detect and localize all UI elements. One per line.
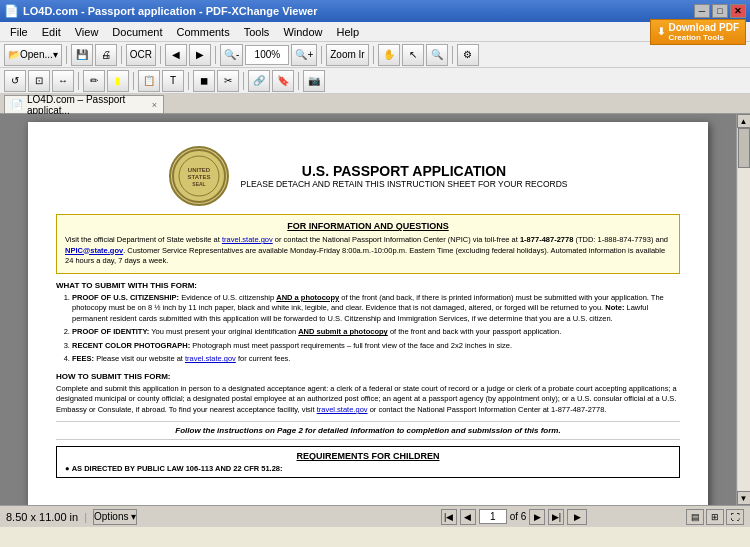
menu-help[interactable]: Help	[331, 24, 366, 40]
scroll-up-button[interactable]: ▲	[737, 114, 751, 128]
seal-image: UNITED STATES SEAL	[169, 146, 229, 206]
typewriter-button[interactable]: T	[162, 70, 184, 92]
next-page-button[interactable]: ▶	[529, 509, 545, 525]
menu-tools[interactable]: Tools	[238, 24, 276, 40]
tab-bar: 📄 LO4D.com – Passport applicat... ×	[0, 94, 750, 114]
back-button[interactable]: ◀	[165, 44, 187, 66]
main-title: U.S. PASSPORT APPLICATION	[241, 163, 568, 179]
close-button[interactable]: ✕	[730, 4, 746, 18]
snapshot-button[interactable]: 📷	[303, 70, 325, 92]
last-page-button[interactable]: ▶|	[548, 509, 564, 525]
fit-page-button[interactable]: ⊡	[28, 70, 50, 92]
download-sublabel: Creation Tools	[668, 33, 739, 42]
svg-text:UNITED: UNITED	[187, 167, 210, 173]
prev-page-button[interactable]: ◀	[460, 509, 476, 525]
zoom-input[interactable]	[245, 45, 289, 65]
separator4	[215, 46, 216, 64]
forward-button[interactable]: ▶	[189, 44, 211, 66]
separator: |	[84, 511, 87, 523]
tab-close-button[interactable]: ×	[152, 100, 157, 110]
tools-button[interactable]: ⚙	[457, 44, 479, 66]
menu-edit[interactable]: Edit	[36, 24, 67, 40]
zoom-ir-button[interactable]: Zoom Ir	[326, 44, 368, 66]
save-button[interactable]: 💾	[71, 44, 93, 66]
page-number-input[interactable]	[479, 509, 507, 524]
print-button[interactable]: 🖨	[95, 44, 117, 66]
svg-text:SEAL: SEAL	[192, 181, 205, 187]
print-icon: 🖨	[101, 49, 111, 60]
maximize-button[interactable]: □	[712, 4, 728, 18]
view-mode-button[interactable]: ▤	[686, 509, 704, 525]
pdf-page: UNITED STATES SEAL U.S. PASSPORT APPLICA…	[28, 122, 708, 505]
find-button[interactable]: 🔍	[426, 44, 448, 66]
download-icon: ⬇	[657, 26, 665, 37]
pdf-area[interactable]: UNITED STATES SEAL U.S. PASSPORT APPLICA…	[0, 114, 736, 505]
save-icon: 💾	[76, 49, 88, 60]
options-dropdown-icon: ▾	[131, 511, 136, 522]
menu-file[interactable]: File	[4, 24, 34, 40]
tab-label: LO4D.com – Passport applicat...	[27, 94, 148, 116]
separator11	[243, 72, 244, 90]
crop-button[interactable]: ✂	[217, 70, 239, 92]
separator10	[188, 72, 189, 90]
ocr-button[interactable]: OCR	[126, 44, 156, 66]
what-submit-heading: WHAT TO SUBMIT WITH THIS FORM:	[56, 280, 680, 291]
rotate-button[interactable]: ↺	[4, 70, 26, 92]
options-button[interactable]: Options ▾	[93, 509, 136, 525]
menu-comments[interactable]: Comments	[171, 24, 236, 40]
fullscreen-button[interactable]: ⛶	[726, 509, 744, 525]
svg-text:STATES: STATES	[187, 174, 210, 180]
submit-item-1: PROOF OF U.S. CITIZENSHIP: Evidence of U…	[72, 293, 680, 325]
minimize-button[interactable]: ─	[694, 4, 710, 18]
separator	[66, 46, 67, 64]
download-pdf-button[interactable]: ⬇ Download PDF Creation Tools	[650, 19, 746, 45]
separator12	[298, 72, 299, 90]
follow-text: Follow the instructions on Page 2 for de…	[56, 421, 680, 440]
link-button[interactable]: 🔗	[248, 70, 270, 92]
zoom-in-button[interactable]: 🔍+	[291, 44, 317, 66]
app-icon: 📄	[4, 4, 19, 18]
play-button[interactable]: ▶	[567, 509, 587, 525]
title-bar: 📄 LO4D.com - Passport application - PDF-…	[0, 0, 750, 22]
scroll-thumb[interactable]	[738, 128, 750, 168]
fit-width-button[interactable]: ↔	[52, 70, 74, 92]
separator2	[121, 46, 122, 64]
zoom-out-button[interactable]: 🔍-	[220, 44, 243, 66]
document-tab[interactable]: 📄 LO4D.com – Passport applicat... ×	[4, 95, 164, 113]
subtitle: PLEASE DETACH AND RETAIN THIS INSTRUCTIO…	[241, 179, 568, 189]
toolbar2: ↺ ⊡ ↔ ✏ ▮ 📋 T ◼ ✂ 🔗 🔖 📷	[0, 68, 750, 94]
download-label: Download PDF	[668, 22, 739, 33]
menu-document[interactable]: Document	[106, 24, 168, 40]
submit-item-4: FEES: Please visit our website at travel…	[72, 354, 680, 365]
highlight-button[interactable]: ▮	[107, 70, 129, 92]
bookmark-button[interactable]: 🔖	[272, 70, 294, 92]
scroll-down-button[interactable]: ▼	[737, 491, 751, 505]
separator6	[373, 46, 374, 64]
scroll-track[interactable]	[738, 128, 750, 491]
passport-header: UNITED STATES SEAL U.S. PASSPORT APPLICA…	[56, 146, 680, 206]
first-page-button[interactable]: |◀	[441, 509, 457, 525]
select-button[interactable]: ↖	[402, 44, 424, 66]
menu-window[interactable]: Window	[277, 24, 328, 40]
toolbar1: 📂 Open... ▾ 💾 🖨 OCR ◀ ▶ 🔍- 🔍+ Zoom Ir ✋ …	[0, 42, 750, 68]
info-heading: FOR INFORMATION AND QUESTIONS	[65, 221, 671, 231]
menu-view[interactable]: View	[69, 24, 105, 40]
requirements-heading: REQUIREMENTS FOR CHILDREN	[65, 451, 671, 461]
page-total: of 6	[510, 511, 527, 522]
submit-item-2: PROOF OF IDENTITY: You must present your…	[72, 327, 680, 338]
open-button[interactable]: 📂 Open... ▾	[4, 44, 62, 66]
redact-button[interactable]: ◼	[193, 70, 215, 92]
vertical-scrollbar[interactable]: ▲ ▼	[736, 114, 750, 505]
status-right: ▤ ⊞ ⛶	[686, 509, 744, 525]
stamp-button[interactable]: 📋	[138, 70, 160, 92]
main-area: UNITED STATES SEAL U.S. PASSPORT APPLICA…	[0, 114, 750, 505]
how-submit-text: Complete and submit this application in …	[56, 384, 680, 416]
annotation-button[interactable]: ✏	[83, 70, 105, 92]
hand-tool-button[interactable]: ✋	[378, 44, 400, 66]
page-navigation: |◀ ◀ of 6 ▶ ▶| ▶	[346, 509, 682, 525]
status-left: 8.50 x 11.00 in | Options ▾	[6, 509, 342, 525]
menu-bar: File Edit View Document Comments Tools W…	[0, 22, 750, 42]
view-mode-button2[interactable]: ⊞	[706, 509, 724, 525]
bottom-bar: 8.50 x 11.00 in | Options ▾ |◀ ◀ of 6 ▶ …	[0, 505, 750, 527]
requirements-box: REQUIREMENTS FOR CHILDREN ● AS DIRECTED …	[56, 446, 680, 478]
